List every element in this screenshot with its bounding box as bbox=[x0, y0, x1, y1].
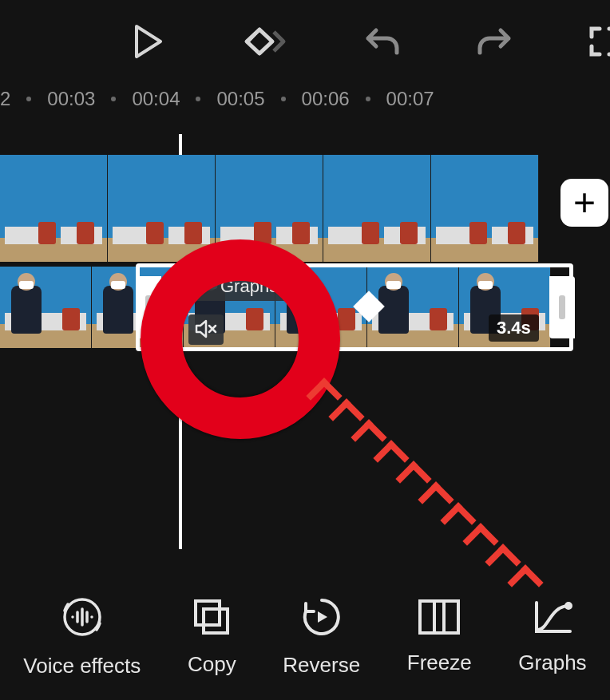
tool-label: Reverse bbox=[283, 653, 360, 678]
clip-thumbnail[interactable] bbox=[108, 155, 216, 262]
svg-rect-3 bbox=[420, 601, 458, 633]
tool-freeze[interactable]: Freeze bbox=[407, 598, 472, 675]
fullscreen-icon[interactable] bbox=[588, 26, 610, 57]
tool-label: Copy bbox=[188, 652, 236, 677]
clip-thumbnail[interactable] bbox=[216, 155, 323, 262]
tool-graphs[interactable]: Graphs bbox=[518, 598, 586, 675]
graph-chip[interactable]: Graphs bbox=[188, 273, 287, 301]
ruler-dot bbox=[281, 97, 286, 101]
tool-label: Voice effects bbox=[23, 654, 141, 678]
time-mark: 00:05 bbox=[216, 88, 264, 110]
time-mark: 00:03 bbox=[47, 88, 95, 110]
video-track-overlay[interactable]: Graphs 3.4s bbox=[0, 267, 575, 351]
clip-thumbnail[interactable] bbox=[0, 155, 108, 262]
keyframe-icon[interactable] bbox=[240, 24, 288, 59]
ruler-dot bbox=[111, 97, 116, 101]
time-mark: 00:07 bbox=[386, 88, 434, 110]
trim-handle-left[interactable] bbox=[136, 276, 161, 338]
play-icon[interactable] bbox=[133, 25, 164, 58]
clip-duration-badge: 3.4s bbox=[489, 314, 539, 342]
svg-rect-2 bbox=[204, 609, 228, 633]
timeline[interactable]: + Graphs 3.4s bbox=[0, 155, 610, 262]
graphs-icon bbox=[532, 598, 573, 636]
trim-handle-right[interactable] bbox=[549, 276, 575, 338]
clip-thumbnail[interactable] bbox=[323, 155, 431, 262]
graph-chip-label: Graphs bbox=[220, 276, 278, 297]
tool-copy[interactable]: Copy bbox=[188, 596, 236, 677]
copy-icon bbox=[191, 596, 232, 638]
reverse-icon bbox=[300, 595, 343, 639]
freeze-icon bbox=[417, 598, 461, 636]
time-mark: 00:04 bbox=[132, 88, 180, 110]
add-clip-button[interactable]: + bbox=[560, 179, 608, 227]
ruler-dot bbox=[196, 97, 200, 101]
top-toolbar bbox=[0, 0, 610, 83]
clip-start-marker bbox=[164, 299, 185, 324]
bottom-toolbar: Voice effects Copy Reverse bbox=[0, 572, 610, 700]
mute-indicator[interactable] bbox=[188, 314, 224, 345]
undo-icon[interactable] bbox=[365, 26, 400, 57]
time-mark: 00:06 bbox=[302, 88, 350, 110]
tool-reverse[interactable]: Reverse bbox=[283, 595, 360, 678]
svg-rect-1 bbox=[196, 601, 220, 625]
redo-icon[interactable] bbox=[477, 26, 512, 57]
ruler-dot bbox=[26, 97, 31, 101]
clip-thumbnail[interactable] bbox=[431, 155, 539, 262]
tool-voice-effects[interactable]: Voice effects bbox=[23, 595, 141, 678]
tool-label: Freeze bbox=[407, 651, 472, 675]
voice-effects-icon bbox=[60, 595, 105, 639]
svg-point-6 bbox=[566, 603, 571, 608]
time-partial: 2 bbox=[0, 88, 10, 110]
video-track-primary[interactable] bbox=[0, 155, 540, 262]
mute-icon bbox=[195, 327, 217, 341]
ruler-dot bbox=[366, 97, 370, 101]
tool-label: Graphs bbox=[518, 651, 586, 675]
graph-curve-icon bbox=[195, 276, 214, 297]
time-ruler[interactable]: 2 00:03 00:04 00:05 00:06 00:07 bbox=[0, 83, 610, 115]
